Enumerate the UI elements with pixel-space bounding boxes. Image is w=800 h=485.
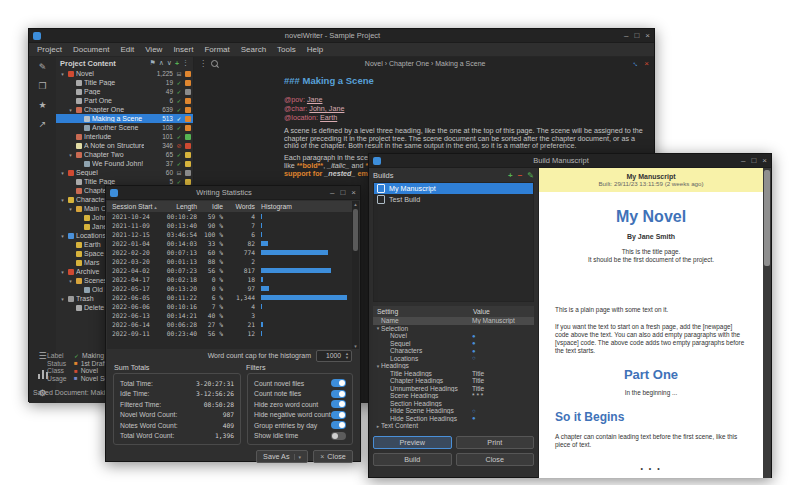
session-row[interactable]: 2022-06-13 00:14:21 40 % 3 <box>107 311 359 320</box>
menu-item[interactable]: Project <box>37 45 62 54</box>
scrollbar-thumb[interactable] <box>353 209 358 251</box>
stats-titlebar[interactable]: Writing Statistics – □ × <box>106 186 360 200</box>
expander-icon[interactable]: ▾ <box>59 197 66 203</box>
setting-row[interactable]: Hide Section Headings ● <box>373 415 534 423</box>
table-scrollbar[interactable]: ▴ ▾ <box>352 201 359 349</box>
tree-item[interactable]: Another Scene 108 ✓ <box>56 123 193 132</box>
session-row[interactable]: 2022-06-05 00:11:22 6 % 1,344 <box>107 293 359 302</box>
include-check-icon[interactable]: ✓ <box>175 133 183 140</box>
expand-editor-icon[interactable]: ↔ <box>630 57 642 69</box>
menu-item[interactable]: Document <box>73 45 109 54</box>
list-icon[interactable]: ☰ <box>38 351 46 361</box>
setting-row[interactable]: ▸ Text Content <box>373 422 534 430</box>
tree-item[interactable]: Part One 6 ✓ <box>56 96 193 105</box>
tag-value[interactable]: Earth <box>320 113 337 122</box>
include-check-icon[interactable]: ✓ <box>175 115 183 122</box>
export-icon[interactable]: ↗ <box>39 119 47 129</box>
setting-row[interactable]: Hide Scene Headings ○ <box>373 407 534 415</box>
include-check-icon[interactable]: ✓ <box>175 97 183 104</box>
menu-item[interactable]: Insert <box>173 45 193 54</box>
close-icon[interactable]: × <box>762 157 767 165</box>
minimize-icon[interactable]: – <box>741 157 745 165</box>
novel-details-icon[interactable]: ★ <box>38 100 46 110</box>
close-build-button[interactable]: Close <box>456 453 535 466</box>
session-row[interactable]: 2022-04-17 00:02:18 0 % 18 <box>107 275 359 284</box>
minimize-icon[interactable]: – <box>330 189 334 197</box>
build-titlebar[interactable]: Build Manuscript – □ × <box>369 154 771 168</box>
session-row[interactable]: 2022-09-11 00:23:40 56 % 12 <box>107 329 359 338</box>
setting-row[interactable]: Section Headings <box>373 400 534 408</box>
setting-row[interactable]: Characters ● <box>373 347 534 355</box>
session-row[interactable]: 2022-05-17 00:13:20 0 % 97 <box>107 284 359 293</box>
tree-item[interactable]: Interlude 101 ✓ <box>56 132 193 141</box>
editor-menu-icon[interactable]: ⋮ <box>199 59 207 68</box>
build-button[interactable]: Build <box>373 453 452 466</box>
expander-icon[interactable]: ▾ <box>67 206 74 212</box>
tree-item[interactable]: ▾ Novel 1,225 ⊟ <box>56 69 193 78</box>
menu-item[interactable]: Tools <box>277 45 296 54</box>
toggle-switch[interactable] <box>331 411 346 419</box>
main-titlebar[interactable]: novelWriter - Sample Project – □ × <box>29 29 654 43</box>
menu-item[interactable]: Edit <box>120 45 134 54</box>
build-list-item[interactable]: My Manuscript <box>374 183 533 194</box>
chart-icon[interactable] <box>38 370 48 379</box>
setting-row[interactable]: Unnumbered Headings Title <box>373 385 534 393</box>
menu-item[interactable]: Help <box>307 45 323 54</box>
setting-row[interactable]: Sequel ● <box>373 340 534 348</box>
toggle-switch[interactable] <box>331 421 346 429</box>
setting-row[interactable]: Title Headings Title <box>373 370 534 378</box>
save-as-button[interactable]: Save As▾ <box>256 450 308 463</box>
cap-spinbox[interactable]: 1000 ▲▼ <box>316 350 352 362</box>
expander-icon[interactable]: ▾ <box>67 152 74 158</box>
close-button[interactable]: ×Close <box>313 450 353 463</box>
tree-item[interactable]: A Note on Structure 346 ⊘ <box>56 141 193 150</box>
session-row[interactable]: 2021-11-09 00:13:40 90 % 7 <box>107 221 359 230</box>
cap-value[interactable]: 1000 <box>317 352 343 359</box>
manuscript-page[interactable]: My Novel By Jane Smith This is the title… <box>539 192 763 478</box>
setting-row[interactable]: Name My Manuscript <box>373 317 534 325</box>
include-check-icon[interactable]: ✓ <box>175 124 183 131</box>
compose-icon[interactable]: ✎ <box>39 62 47 72</box>
expander-icon[interactable]: ▾ <box>59 296 66 302</box>
include-check-icon[interactable]: ⊟ <box>175 70 183 77</box>
session-row[interactable]: 2022-03-20 00:01:13 88 % 2 <box>107 257 359 266</box>
session-row[interactable]: 2021-10-24 00:10:28 59 % 4 <box>107 212 359 221</box>
menu-item[interactable]: View <box>145 45 162 54</box>
session-row[interactable]: 2021-12-15 03:46:54 100 % 6 <box>107 230 359 239</box>
toggle-switch[interactable] <box>331 390 346 398</box>
expander-icon[interactable]: ▾ <box>67 278 74 284</box>
edit-build-icon[interactable]: ✎ <box>527 171 534 180</box>
toggle-switch[interactable] <box>331 432 346 440</box>
setting-row[interactable]: ▾ Selection <box>373 325 534 333</box>
include-check-icon[interactable]: ✓ <box>175 151 183 158</box>
toggle-switch[interactable] <box>331 400 346 408</box>
include-check-icon[interactable]: ✓ <box>175 79 183 86</box>
setting-row[interactable]: Novel ● <box>373 332 534 340</box>
toggle-switch[interactable] <box>331 379 346 387</box>
maximize-icon[interactable]: □ <box>751 157 756 165</box>
maximize-icon[interactable]: □ <box>340 189 345 197</box>
tree-item[interactable]: We Found John! 37 ✓ <box>56 159 193 168</box>
spinner-arrows-icon[interactable]: ▲▼ <box>343 352 351 360</box>
sessions-table-header[interactable]: Session Start ▴ Length Idle Words Histog… <box>107 201 359 212</box>
scrollbar-thumb[interactable] <box>764 170 770 266</box>
add-build-icon[interactable]: + <box>508 171 513 180</box>
collapse-all-icon[interactable]: ∧ <box>159 59 164 67</box>
tree-item[interactable]: ▾ Sequel 60 ⊟ <box>56 168 193 177</box>
maximize-icon[interactable]: □ <box>634 32 639 40</box>
add-item-icon[interactable]: + <box>175 60 179 67</box>
include-check-icon[interactable]: ✓ <box>175 178 183 185</box>
include-check-icon[interactable]: ⊟ <box>175 169 183 176</box>
build-list-item[interactable]: Test Build <box>374 194 533 205</box>
include-check-icon[interactable]: ⊘ <box>175 142 183 149</box>
search-icon[interactable] <box>211 60 218 67</box>
include-check-icon[interactable]: ✓ <box>175 88 183 95</box>
close-document-icon[interactable]: × <box>644 59 649 68</box>
close-icon[interactable]: × <box>645 32 650 40</box>
session-row[interactable]: 2022-06-06 00:10:16 7 % 4 <box>107 302 359 311</box>
tree-menu-icon[interactable]: ⋮ <box>182 59 189 67</box>
setting-row[interactable]: ▾ Headings <box>373 362 534 370</box>
pages-icon[interactable]: ❐ <box>38 81 46 91</box>
expander-icon[interactable]: ▾ <box>59 170 66 176</box>
bookmark-icon[interactable]: ⚑ <box>149 59 155 67</box>
